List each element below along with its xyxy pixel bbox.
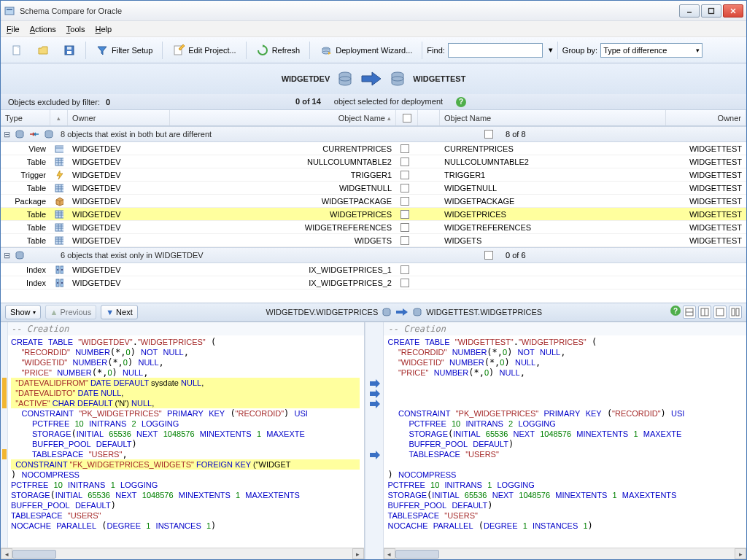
menu-actions[interactable]: ActionsActions: [30, 25, 56, 34]
col-check-header[interactable]: [396, 110, 418, 125]
svg-rect-22: [55, 158, 63, 166]
sql-text-left[interactable]: CREATE TABLE "WIDGETDEV"."WIDGETPRICES" …: [1, 335, 364, 548]
table-icon: [50, 236, 68, 246]
scroll-right-button[interactable]: ▸: [735, 548, 746, 559]
group-row-both[interactable]: ⊟ 8 objects that exist in both but are d…: [1, 126, 746, 142]
minimize-button[interactable]: [679, 4, 700, 18]
table-row[interactable]: TableWIDGETDEVWIDGETNULLWIDGETNULLWIDGET…: [1, 182, 746, 195]
next-button[interactable]: ▼ Next: [101, 305, 138, 319]
group-by-combo[interactable]: Type of difference▾: [600, 43, 703, 58]
row-checkbox[interactable]: [400, 171, 409, 179]
diff-arrow-icon: [369, 389, 381, 398]
database-icon: [42, 129, 56, 139]
scroll-left-button[interactable]: ◂: [1, 548, 12, 559]
down-arrow-icon: ▼: [106, 308, 114, 316]
row-checkbox[interactable]: [400, 184, 409, 192]
new-icon: [10, 44, 23, 57]
toolbar: Filter Setup Edit Project... Refresh Dep…: [1, 37, 746, 63]
open-button[interactable]: [31, 40, 55, 61]
table-row[interactable]: IndexWIDGETDEVIX_WIDGETPRICES_1: [1, 263, 746, 276]
row-checkbox[interactable]: [400, 223, 409, 232]
svg-point-57: [57, 282, 58, 284]
table-row[interactable]: TableWIDGETDEVWIDGETPRICESWIDGETPRICESWI…: [1, 208, 746, 221]
show-button[interactable]: Show ▾: [5, 305, 41, 319]
separator: [85, 42, 86, 59]
group-by-label: Group by:: [562, 46, 597, 55]
row-checkbox[interactable]: [400, 144, 409, 153]
row-checkbox[interactable]: [400, 210, 409, 219]
previous-button[interactable]: ▲ Previous: [45, 305, 97, 319]
table-row[interactable]: TableWIDGETDEVNULLCOLUMNTABLE2NULLCOLUMN…: [1, 155, 746, 168]
group-label: 6 objects that exist only in WIDGETDEV: [56, 251, 478, 260]
row-checkbox[interactable]: [400, 236, 409, 245]
package-icon: [50, 196, 68, 206]
svg-rect-45: [55, 237, 63, 244]
menu-help[interactable]: HelpHelp: [96, 25, 112, 34]
left-object-title: WIDGETDEV.WIDGETPRICES: [266, 308, 379, 316]
sql-panes: -- Creation CREATE TABLE "WIDGETDEV"."WI…: [1, 322, 746, 559]
diff-arrow-icon: [369, 379, 381, 388]
close-button[interactable]: [723, 4, 743, 18]
window-title: Schema Compare for Oracle: [20, 7, 679, 15]
sql-text-right[interactable]: CREATE TABLE "WIDGETTEST"."WIDGETPRICES"…: [384, 335, 747, 548]
col-sort-header[interactable]: ▴: [50, 110, 68, 125]
svg-rect-35: [55, 211, 63, 218]
svg-rect-3: [709, 8, 714, 13]
svg-rect-1: [7, 9, 12, 10]
menubar: FFileile ActionsActions ToolsTools HelpH…: [1, 21, 746, 37]
sql-pane-right: -- Creation CREATE TABLE "WIDGETTEST"."W…: [384, 322, 747, 559]
row-checkbox[interactable]: [400, 197, 409, 206]
deployment-wizard-button[interactable]: Deployment Wizard...: [314, 40, 417, 61]
scroll-thumb[interactable]: [12, 550, 56, 559]
expander-icon[interactable]: ⊟: [1, 251, 12, 260]
col-owner-header[interactable]: Owner: [68, 110, 170, 125]
col-type-header[interactable]: Type: [1, 110, 50, 125]
scroll-thumb[interactable]: [395, 550, 439, 559]
group-checkbox[interactable]: [478, 130, 500, 139]
help-icon[interactable]: ?: [670, 306, 681, 316]
table-row[interactable]: TableWIDGETDEVWIDGETSWIDGETSWIDGETTEST: [1, 234, 746, 247]
filter-setup-button[interactable]: Filter Setup: [90, 40, 158, 61]
col-objname-left-header[interactable]: Object Name ▴: [170, 110, 396, 125]
row-checkbox[interactable]: [400, 279, 409, 287]
table-row[interactable]: IndexWIDGETDEVIX_WIDGETPRICES_2: [1, 276, 746, 289]
col-objname-right-header[interactable]: Object Name: [440, 110, 666, 125]
layout-button-4[interactable]: [729, 306, 742, 319]
scroll-left-button[interactable]: ◂: [384, 548, 395, 559]
layout-button-2[interactable]: [698, 306, 711, 319]
col-owner-right-header[interactable]: Owner: [666, 110, 746, 125]
table-row[interactable]: TriggerWIDGETDEVTRIGGER1TRIGGER1WIDGETTE…: [1, 168, 746, 182]
layout-button-1[interactable]: [683, 306, 696, 319]
find-label: Find:: [427, 46, 444, 55]
group-checkbox[interactable]: [478, 251, 500, 260]
diff-gutter: [365, 322, 384, 559]
row-checkbox[interactable]: [400, 158, 409, 166]
menu-file[interactable]: FFileile: [7, 25, 20, 34]
maximize-button[interactable]: [701, 4, 721, 18]
table-row[interactable]: ViewWIDGETDEVCURRENTPRICESCURRENTPRICESW…: [1, 142, 746, 155]
h-scrollbar[interactable]: ◂ ▸: [1, 548, 364, 559]
new-button[interactable]: [5, 40, 28, 61]
refresh-button[interactable]: Refresh: [251, 40, 306, 61]
database-icon: [382, 307, 392, 317]
h-scrollbar[interactable]: ◂ ▸: [384, 548, 747, 559]
table-row[interactable]: TableWIDGETDEVWIDGETREFERENCESWIDGETREFE…: [1, 221, 746, 234]
svg-rect-9: [67, 47, 71, 50]
table-row[interactable]: PackageWIDGETDEVWIDGETPACKAGEWIDGETPACKA…: [1, 195, 746, 208]
find-combo[interactable]: [448, 43, 543, 58]
scroll-right-button[interactable]: ▸: [352, 548, 364, 559]
row-checkbox[interactable]: [400, 265, 409, 274]
grid-body[interactable]: ⊟ 8 objects that exist in both but are d…: [1, 126, 746, 303]
layout-button-3[interactable]: [713, 306, 727, 319]
expander-icon[interactable]: ⊟: [1, 130, 12, 139]
help-icon[interactable]: ?: [456, 97, 466, 107]
up-arrow-icon: ▲: [50, 308, 58, 316]
edit-project-button[interactable]: Edit Project...: [167, 40, 241, 61]
window-buttons: [679, 4, 743, 18]
filter-info-bar: Objects excluded by filter: 0 0 of 14 ob…: [1, 94, 746, 110]
diff-arrow-icon: [369, 451, 381, 459]
menu-tools[interactable]: ToolsTools: [66, 25, 85, 34]
group-row-only-left[interactable]: ⊟ 6 objects that exist only in WIDGETDEV…: [1, 247, 746, 263]
save-button[interactable]: [58, 40, 81, 61]
svg-rect-40: [55, 224, 63, 231]
